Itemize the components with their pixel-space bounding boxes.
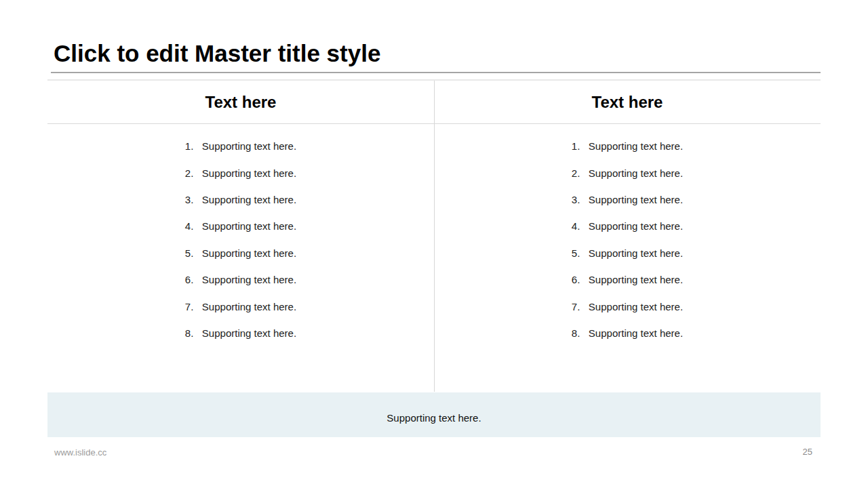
column-left: Text here 1. Supporting text here. 2. Su…	[47, 81, 434, 392]
banner-text: Supporting text here.	[387, 412, 481, 424]
item-text: Supporting text here.	[589, 327, 683, 339]
item-number: 4.	[572, 220, 589, 232]
list-item[interactable]: 2. Supporting text here.	[47, 159, 434, 186]
item-text: Supporting text here.	[589, 220, 683, 232]
list-item[interactable]: 1. Supporting text here.	[47, 133, 434, 159]
item-number: 1.	[572, 140, 589, 152]
list-item[interactable]: 6. Supporting text here.	[47, 266, 434, 293]
item-text: Supporting text here.	[202, 327, 296, 339]
list-item[interactable]: 6. Supporting text here.	[434, 266, 821, 293]
item-text: Supporting text here.	[589, 274, 683, 285]
item-text: Supporting text here.	[202, 140, 296, 152]
list-item[interactable]: 8. Supporting text here.	[434, 320, 821, 346]
column-left-header[interactable]: Text here	[47, 81, 434, 124]
list-item[interactable]: 3. Supporting text here.	[47, 186, 434, 213]
item-text: Supporting text here.	[589, 167, 683, 179]
slide-title[interactable]: Click to edit Master title style	[54, 41, 380, 66]
list-item[interactable]: 7. Supporting text here.	[434, 293, 821, 319]
item-number: 3.	[572, 194, 589, 205]
list-item[interactable]: 7. Supporting text here.	[47, 293, 434, 319]
item-text: Supporting text here.	[202, 274, 296, 285]
list-item[interactable]: 4. Supporting text here.	[434, 213, 821, 239]
list-item[interactable]: 1. Supporting text here.	[434, 133, 821, 159]
item-number: 2.	[572, 167, 589, 179]
footer-url: www.islide.cc	[54, 447, 106, 458]
item-text: Supporting text here.	[589, 301, 683, 312]
slide-canvas: Click to edit Master title style Text he…	[0, 0, 868, 488]
item-text: Supporting text here.	[202, 194, 296, 205]
item-number: 6.	[185, 274, 202, 285]
column-right: Text here 1. Supporting text here. 2. Su…	[434, 81, 821, 392]
page-number: 25	[803, 447, 812, 457]
item-text: Supporting text here.	[589, 140, 683, 152]
column-left-list: 1. Supporting text here. 2. Supporting t…	[47, 124, 434, 346]
item-text: Supporting text here.	[202, 247, 296, 259]
item-number: 3.	[185, 194, 202, 205]
item-text: Supporting text here.	[202, 167, 296, 179]
list-item[interactable]: 4. Supporting text here.	[47, 213, 434, 239]
column-right-list: 1. Supporting text here. 2. Supporting t…	[434, 124, 821, 346]
list-item[interactable]: 3. Supporting text here.	[434, 186, 821, 213]
item-text: Supporting text here.	[202, 301, 296, 312]
list-item[interactable]: 2. Supporting text here.	[434, 159, 821, 186]
list-item[interactable]: 5. Supporting text here.	[47, 240, 434, 266]
item-number: 5.	[185, 247, 202, 259]
item-number: 4.	[185, 220, 202, 232]
item-text: Supporting text here.	[589, 194, 683, 205]
item-text: Supporting text here.	[589, 247, 683, 259]
item-number: 8.	[185, 327, 202, 339]
item-text: Supporting text here.	[202, 220, 296, 232]
banner[interactable]: Supporting text here.	[47, 392, 821, 437]
item-number: 7.	[185, 301, 202, 312]
title-underline	[51, 72, 821, 73]
item-number: 6.	[572, 274, 589, 285]
column-right-header[interactable]: Text here	[434, 81, 821, 124]
item-number: 2.	[185, 167, 202, 179]
item-number: 1.	[185, 140, 202, 152]
item-number: 5.	[572, 247, 589, 259]
list-item[interactable]: 5. Supporting text here.	[434, 240, 821, 266]
item-number: 7.	[572, 301, 589, 312]
list-item[interactable]: 8. Supporting text here.	[47, 320, 434, 346]
item-number: 8.	[572, 327, 589, 339]
